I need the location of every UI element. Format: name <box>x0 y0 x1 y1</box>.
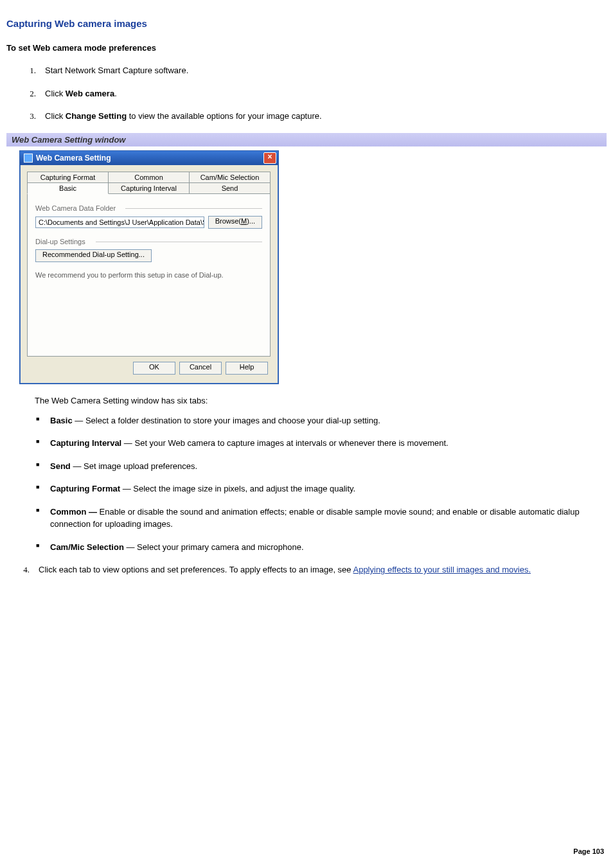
text: to view the available options for your i… <box>127 111 322 121</box>
text: . <box>114 89 117 98</box>
step-body: Click each tab to view options and set p… <box>39 563 607 576</box>
text: Click <box>45 111 66 121</box>
desc: Enable or disable the sound and animatio… <box>50 507 580 529</box>
link-applying-effects[interactable]: Applying effects to your still images an… <box>353 565 531 574</box>
tabs-row-front: Basic Capturing Interval Send <box>28 182 271 193</box>
data-folder-input[interactable]: C:\Documents and Settings\J User\Applica… <box>35 217 204 228</box>
page-title: Capturing Web camera images <box>6 18 607 29</box>
step-body: Click Change Setting to view the availab… <box>45 110 607 123</box>
button-label: Browse(M)... <box>215 217 255 225</box>
desc: Set your Web camera to capture images at… <box>134 438 448 448</box>
tab-panel-basic: Web Camera Data Folder C:\Documents and … <box>27 193 271 357</box>
text: Click <box>45 89 66 98</box>
window-body: Capturing Format Common Cam/Mic Selectio… <box>20 165 278 384</box>
list-item: Common — Enable or disable the sound and… <box>35 506 607 531</box>
term: Basic <box>50 416 73 425</box>
figure-caption: Web Camera Setting window <box>6 133 607 146</box>
step-body: Click Web camera. <box>45 87 607 100</box>
desc: Select the image size in pixels, and adj… <box>133 484 355 493</box>
step-body: Start Network Smart Capture software. <box>45 64 607 77</box>
dialup-note: We recommend you to perform this setup i… <box>35 271 262 279</box>
desc: Set image upload preferences. <box>84 461 197 471</box>
term: Common — <box>50 507 97 517</box>
bold-term: Change Setting <box>66 111 127 121</box>
section-subtitle: To set Web camera mode preferences <box>6 43 607 53</box>
group-label-dialup: Dial-up Settings <box>35 238 262 245</box>
term: Capturing Format <box>50 484 120 493</box>
close-icon[interactable]: × <box>263 152 276 164</box>
tabs-intro-text: The Web Camera Setting window has six ta… <box>35 396 607 405</box>
list-item: Capturing Format — Select the image size… <box>35 483 607 495</box>
term: Cam/Mic Selection <box>50 542 124 552</box>
web-camera-setting-window: Web Camera Setting × Capturing Format Co… <box>19 150 279 384</box>
cancel-button[interactable]: Cancel <box>179 362 222 375</box>
sep: — <box>121 438 134 448</box>
tab-basic[interactable]: Basic <box>27 182 109 194</box>
tab-send[interactable]: Send <box>189 182 271 194</box>
step-number: 1. <box>6 66 45 76</box>
tab-capturing-interval[interactable]: Capturing Interval <box>108 182 190 194</box>
term: Send <box>50 461 71 471</box>
window-titlebar[interactable]: Web Camera Setting × <box>20 151 278 165</box>
window-title: Web Camera Setting <box>36 154 263 163</box>
desc: Select a folder destination to store you… <box>85 416 380 425</box>
list-item: Send — Set image upload preferences. <box>35 460 607 473</box>
step-2: 2. Click Web camera. <box>6 87 607 100</box>
step-3: 3. Click Change Setting to view the avai… <box>6 110 607 123</box>
tab-cam-mic-selection[interactable]: Cam/Mic Selection <box>189 172 271 183</box>
step-number: 2. <box>6 89 45 99</box>
step-4: 4. Click each tab to view options and se… <box>6 563 607 576</box>
list-item: Capturing Interval — Set your Web camera… <box>35 437 607 450</box>
sep: — <box>124 542 137 552</box>
list-item: Cam/Mic Selection — Select your primary … <box>35 541 607 554</box>
ok-button[interactable]: OK <box>133 362 175 375</box>
tab-capturing-format[interactable]: Capturing Format <box>27 172 109 183</box>
sep: — <box>120 484 133 493</box>
page-number: Page 103 <box>573 847 604 855</box>
help-button[interactable]: Help <box>226 362 268 375</box>
bold-term: Web camera <box>66 89 114 98</box>
sep: — <box>71 461 84 471</box>
group-label-data-folder: Web Camera Data Folder <box>35 204 262 212</box>
step-1: 1. Start Network Smart Capture software. <box>6 64 607 77</box>
steps-list: 1. Start Network Smart Capture software.… <box>6 64 607 123</box>
browse-button[interactable]: Browse(M)... <box>208 216 262 229</box>
step-number: 4. <box>6 565 39 575</box>
text: Click each tab to view options and set p… <box>39 565 353 574</box>
tabs-description-list: Basic — Select a folder destination to s… <box>35 414 607 554</box>
tabs-row-back: Capturing Format Common Cam/Mic Selectio… <box>28 172 271 182</box>
desc: Select your primary camera and microphon… <box>137 542 303 552</box>
dialog-footer: OK Cancel Help <box>28 357 271 377</box>
term: Capturing Interval <box>50 438 121 448</box>
app-icon <box>24 154 33 163</box>
list-item: Basic — Select a folder destination to s… <box>35 414 607 427</box>
tab-common[interactable]: Common <box>108 172 190 183</box>
sep: — <box>73 416 85 425</box>
recommended-dialup-button[interactable]: Recommended Dial-up Setting... <box>35 249 152 262</box>
step-number: 3. <box>6 111 45 121</box>
